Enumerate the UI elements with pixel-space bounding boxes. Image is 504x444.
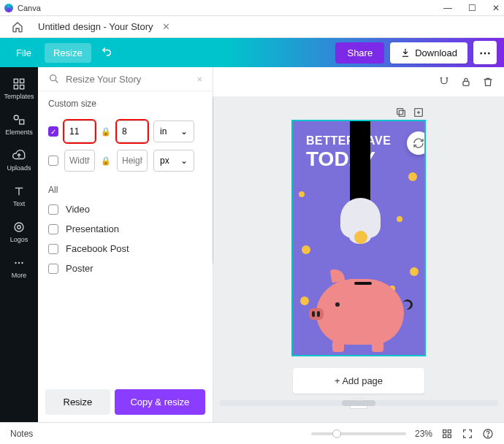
- option-label: Poster: [66, 263, 93, 274]
- tab-close-icon[interactable]: ✕: [162, 21, 170, 32]
- sidebar-label: Uploads: [7, 164, 31, 172]
- text-icon: [12, 185, 26, 198]
- copy-and-resize-button[interactable]: Copy & resize: [115, 389, 205, 415]
- refresh-button[interactable]: [407, 131, 424, 155]
- svg-rect-5: [20, 120, 24, 124]
- unit-select-2[interactable]: px ⌄: [153, 150, 194, 172]
- undo-button[interactable]: [100, 45, 113, 61]
- option-presentation[interactable]: Presentation: [38, 219, 213, 239]
- resize-panel: × Custom size ✓ 🔒 in ⌄ 🔒 px ⌄ All: [38, 67, 213, 422]
- style-icon[interactable]: [438, 76, 450, 88]
- status-bar: Notes 23%: [0, 422, 504, 444]
- window-titlebar: Canva — ☐ ✕: [0, 0, 504, 16]
- sidebar-item-uploads[interactable]: Uploads: [0, 145, 38, 176]
- zoom-level[interactable]: 23%: [415, 429, 432, 439]
- search-icon: [48, 73, 60, 85]
- height-input-2[interactable]: [117, 150, 148, 172]
- custom-size-row-1: ✓ 🔒 in ⌄: [38, 116, 213, 145]
- unit-select-1[interactable]: in ⌄: [153, 120, 194, 142]
- sidebar-label: Elements: [5, 129, 33, 136]
- file-menu[interactable]: File: [7, 43, 40, 63]
- svg-point-11: [50, 75, 56, 81]
- panel-actions: Resize Copy & resize: [38, 382, 213, 422]
- option-video-checkbox[interactable]: [48, 204, 58, 215]
- resize-button[interactable]: Resize: [45, 389, 110, 415]
- maximize-button[interactable]: ☐: [468, 3, 476, 13]
- svg-rect-17: [448, 429, 451, 432]
- option-poster-checkbox[interactable]: [48, 264, 58, 274]
- sidebar-label: Templates: [4, 93, 34, 100]
- add-page-button[interactable]: + Add page: [293, 368, 424, 394]
- download-button[interactable]: Download: [390, 42, 467, 64]
- illustration-arm: [350, 121, 370, 205]
- uploads-icon: [12, 149, 26, 162]
- custom-size-checkbox-1[interactable]: ✓: [48, 126, 58, 137]
- share-button[interactable]: Share: [335, 42, 384, 64]
- grid-view-icon[interactable]: [441, 428, 453, 440]
- option-poster[interactable]: Poster: [38, 259, 213, 278]
- sidebar-item-templates[interactable]: Templates: [0, 73, 38, 104]
- option-facebook-post[interactable]: Facebook Post: [38, 239, 213, 259]
- window-controls: — ☐ ✕: [443, 3, 500, 13]
- resize-menu[interactable]: Resize: [45, 43, 91, 63]
- svg-point-7: [18, 226, 21, 229]
- document-tab-title: Untitled design - Your Story: [38, 21, 153, 32]
- custom-size-label: Custom size: [38, 91, 213, 116]
- sidebar-item-logos[interactable]: Logos: [0, 216, 38, 248]
- illustration-coin: [300, 296, 309, 305]
- svg-point-9: [18, 262, 20, 264]
- zoom-slider[interactable]: [311, 432, 406, 435]
- width-input-2[interactable]: [64, 150, 95, 172]
- svg-point-10: [21, 262, 23, 264]
- trash-icon[interactable]: [482, 76, 494, 88]
- sidebar-item-more[interactable]: More: [0, 252, 38, 283]
- minimize-button[interactable]: —: [443, 3, 452, 13]
- help-icon[interactable]: [482, 428, 494, 440]
- custom-size-checkbox-2[interactable]: [48, 156, 58, 166]
- sidebar-item-elements[interactable]: Elements: [0, 109, 38, 140]
- main-toolbar: File Resize Share Download ⋯: [0, 38, 504, 67]
- svg-rect-1: [20, 79, 24, 83]
- document-tab[interactable]: Untitled design - Your Story ✕: [38, 21, 170, 32]
- illustration-coin: [299, 191, 305, 197]
- sidebar-item-text[interactable]: Text: [0, 180, 38, 212]
- app-name: Canva: [18, 4, 41, 12]
- width-input-1[interactable]: [64, 120, 95, 142]
- svg-point-6: [15, 223, 23, 231]
- unit-label: in: [160, 126, 167, 137]
- svg-rect-19: [448, 435, 451, 437]
- option-video[interactable]: Video: [38, 199, 213, 219]
- svg-rect-18: [443, 435, 446, 437]
- fullscreen-icon[interactable]: [462, 428, 473, 440]
- chevron-down-icon: ⌄: [180, 126, 188, 137]
- lock-aspect-icon[interactable]: 🔒: [101, 127, 111, 137]
- option-presentation-checkbox[interactable]: [48, 224, 58, 234]
- notes-button[interactable]: Notes: [10, 429, 33, 439]
- svg-rect-0: [14, 79, 18, 83]
- sidebar-label: Logos: [10, 236, 28, 243]
- duplicate-page-icon[interactable]: [395, 107, 407, 118]
- illustration-coin: [408, 172, 417, 181]
- option-label: Video: [66, 204, 90, 215]
- more-button[interactable]: ⋯: [473, 41, 497, 64]
- svg-point-4: [14, 115, 18, 120]
- close-button[interactable]: ✕: [492, 3, 500, 13]
- lock-icon[interactable]: [460, 76, 472, 88]
- illustration-piggy-bank: [316, 279, 404, 345]
- horizontal-scrollbar[interactable]: [219, 400, 498, 406]
- add-page-icon[interactable]: [413, 107, 424, 118]
- option-label: Presentation: [66, 223, 119, 234]
- home-button[interactable]: [9, 18, 26, 36]
- height-input-1[interactable]: [117, 120, 148, 142]
- tab-bar: Untitled design - Your Story ✕: [0, 16, 504, 38]
- design-page[interactable]: BETTER SAVE TODAY: [293, 121, 424, 355]
- svg-rect-2: [14, 85, 18, 89]
- elements-icon: [12, 113, 26, 126]
- resize-search-input[interactable]: [66, 74, 196, 85]
- more-icon: [12, 256, 26, 269]
- svg-rect-16: [443, 429, 446, 432]
- search-clear-icon[interactable]: ×: [196, 74, 202, 85]
- option-facebook-post-checkbox[interactable]: [48, 244, 58, 254]
- lock-aspect-icon[interactable]: 🔒: [101, 156, 111, 166]
- templates-icon: [12, 77, 26, 91]
